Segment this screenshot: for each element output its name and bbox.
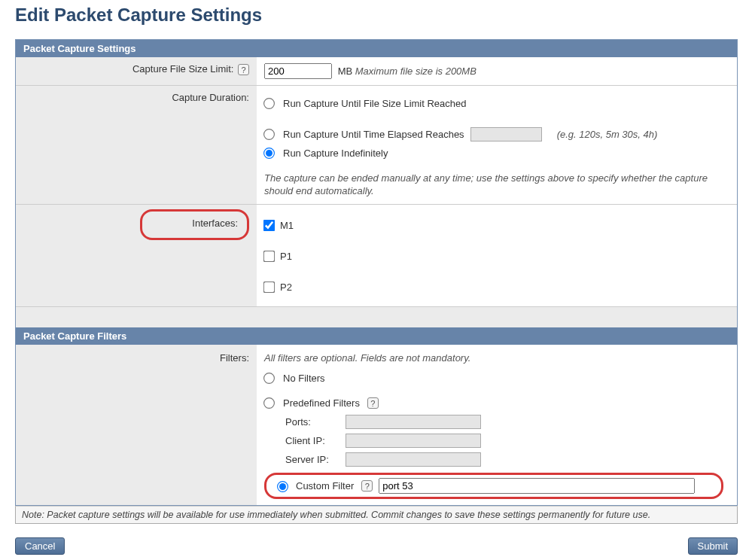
duration-opt2-label: Run Capture Until Time Elapsed Reaches xyxy=(283,129,464,140)
predef-subsection: Ports: Client IP: Server IP: xyxy=(285,415,729,467)
duration-opt3-label: Run Capture Indefinitely xyxy=(283,148,388,159)
ports-label: Ports: xyxy=(285,416,346,428)
duration-opt1-radio[interactable] xyxy=(263,98,275,109)
settings-header: Packet Capture Settings xyxy=(16,40,737,57)
duration-opt3-radio[interactable] xyxy=(263,148,275,159)
filter-none-label: No Filters xyxy=(283,373,325,384)
interface-m1-label: M1 xyxy=(280,220,294,231)
duration-opt3-row: Run Capture Indefinitely xyxy=(264,148,729,159)
filter-predef-radio[interactable] xyxy=(263,397,275,409)
filter-none-row: No Filters xyxy=(264,373,729,384)
clientip-row: Client IP: xyxy=(285,434,729,448)
duration-time-input[interactable] xyxy=(470,127,542,142)
clientip-input[interactable] xyxy=(346,434,481,448)
serverip-row: Server IP: xyxy=(285,452,729,467)
capture-file-label-cell: Capture File Size Limit: ? xyxy=(16,57,257,86)
capture-file-unit: MB xyxy=(338,65,353,77)
help-icon[interactable]: ? xyxy=(367,397,379,409)
help-icon[interactable]: ? xyxy=(238,64,249,75)
duration-note: The capture can be ended manually at any… xyxy=(264,172,729,198)
interface-row-p2: P2 xyxy=(264,282,729,293)
duration-opt1-row: Run Capture Until File Size Limit Reache… xyxy=(264,98,729,109)
interfaces-label: Interfaces: xyxy=(151,218,238,229)
capture-file-value-cell: MB Maximum file size is 200MB xyxy=(257,57,737,86)
filter-predef-label: Predefined Filters xyxy=(283,397,360,409)
ports-input[interactable] xyxy=(346,415,481,429)
interfaces-value: M1 P1 P2 xyxy=(257,204,737,306)
interfaces-callout: Interfaces: xyxy=(140,209,249,240)
filter-predef-row: Predefined Filters ? xyxy=(264,397,729,409)
settings-panel: Packet Capture Settings Capture File Siz… xyxy=(15,39,738,506)
capture-file-input[interactable] xyxy=(264,63,332,79)
duration-opt1-label: Run Capture Until File Size Limit Reache… xyxy=(283,98,467,109)
interface-p2-checkbox[interactable] xyxy=(263,281,276,293)
serverip-input[interactable] xyxy=(346,452,481,467)
interface-p1-checkbox[interactable] xyxy=(263,250,276,262)
spacer xyxy=(16,306,737,327)
filter-none-radio[interactable] xyxy=(263,373,275,384)
capture-file-label: Capture File Size Limit: xyxy=(132,63,233,75)
interfaces-label-cell: Interfaces: xyxy=(16,204,257,306)
interface-p2-label: P2 xyxy=(280,282,292,293)
filters-hint: All filters are optional. Fields are not… xyxy=(264,352,729,364)
capture-file-hint: Maximum file size is 200MB xyxy=(355,65,476,77)
cancel-button[interactable]: Cancel xyxy=(15,537,65,555)
duration-opt2-radio[interactable] xyxy=(263,129,275,140)
filter-custom-label: Custom Filter xyxy=(296,480,354,492)
ports-row: Ports: xyxy=(285,415,729,429)
interface-row-p1: P1 xyxy=(264,251,729,262)
custom-filter-input[interactable] xyxy=(379,478,695,494)
submit-button[interactable]: Submit xyxy=(688,537,738,555)
interface-m1-checkbox[interactable] xyxy=(263,219,276,231)
duration-opt2-row: Run Capture Until Time Elapsed Reaches (… xyxy=(264,127,729,142)
page-title: Edit Packet Capture Settings xyxy=(15,5,737,26)
serverip-label: Server IP: xyxy=(285,454,346,465)
settings-table: Capture File Size Limit: ? MB Maximum fi… xyxy=(16,57,737,306)
interface-row-m1: M1 xyxy=(264,220,729,231)
clientip-label: Client IP: xyxy=(285,435,346,446)
filter-custom-radio[interactable] xyxy=(277,481,288,492)
duration-opt2-hint: (e.g. 120s, 5m 30s, 4h) xyxy=(557,129,658,140)
filters-table: Filters: All filters are optional. Field… xyxy=(16,345,737,505)
filters-label: Filters: xyxy=(16,345,257,505)
capture-duration-value: Run Capture Until File Size Limit Reache… xyxy=(257,86,737,205)
capture-duration-label: Capture Duration: xyxy=(16,86,257,205)
filters-value: All filters are optional. Fields are not… xyxy=(257,345,737,505)
footer-note: Note: Packet capture settings will be av… xyxy=(15,506,738,524)
filters-header: Packet Capture Filters xyxy=(16,327,737,345)
custom-filter-callout: Custom Filter ? xyxy=(264,473,723,499)
buttons-row: Cancel Submit xyxy=(15,537,738,555)
interface-p1-label: P1 xyxy=(280,251,292,262)
help-icon[interactable]: ? xyxy=(361,480,373,492)
